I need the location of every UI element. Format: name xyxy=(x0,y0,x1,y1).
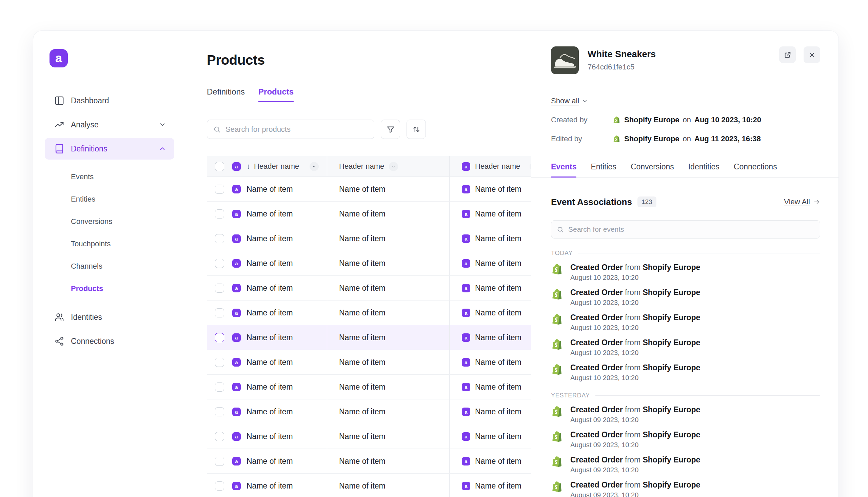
event-list-item[interactable]: Created Order from Shopify Europe August… xyxy=(551,288,820,313)
sort-button[interactable] xyxy=(407,119,426,139)
table-row[interactable]: a Name of item Name of item a Name of it… xyxy=(207,399,531,424)
event-list-item[interactable]: Created Order from Shopify Europe August… xyxy=(551,480,820,497)
event-list-item[interactable]: Created Order from Shopify Europe August… xyxy=(551,313,820,338)
sidebar-subitem[interactable]: Channels xyxy=(45,257,174,276)
event-list-item[interactable]: Created Order from Shopify Europe August… xyxy=(551,430,820,455)
row-checkbox[interactable] xyxy=(215,333,224,342)
row-checkbox[interactable] xyxy=(215,185,224,194)
close-panel-button[interactable] xyxy=(803,46,820,63)
view-all-link[interactable]: View All xyxy=(784,198,820,206)
item-logo-icon: a xyxy=(232,284,241,293)
row-checkbox[interactable] xyxy=(215,308,224,317)
identities-icon xyxy=(54,312,65,322)
item-logo-icon: a xyxy=(462,309,470,317)
sidebar-item-dashboard[interactable]: Dashboard xyxy=(45,90,174,112)
row-checkbox[interactable] xyxy=(215,432,224,441)
cell-value: Name of item xyxy=(247,234,293,243)
sidebar-nav: Dashboard Analyse Definitions Events Ent… xyxy=(45,90,174,354)
event-source: Shopify Europe xyxy=(643,363,700,372)
filter-button[interactable] xyxy=(381,119,400,139)
cell-value: Name of item xyxy=(339,457,386,466)
row-checkbox[interactable] xyxy=(215,234,224,243)
open-external-button[interactable] xyxy=(779,46,796,63)
app-logo[interactable]: a xyxy=(50,49,68,68)
sidebar-item-definitions[interactable]: Definitions xyxy=(45,138,174,159)
tab-products[interactable]: Products xyxy=(258,87,294,102)
event-source: Shopify Europe xyxy=(643,480,700,489)
sort-direction-indicator: ↓ xyxy=(247,162,250,171)
row-checkbox[interactable] xyxy=(215,259,224,268)
sidebar-subitem-label: Products xyxy=(71,284,103,293)
row-checkbox[interactable] xyxy=(215,284,224,293)
column-menu-button[interactable] xyxy=(389,162,398,171)
table-row[interactable]: a Name of item Name of item a Name of it… xyxy=(207,325,531,350)
panel-tab[interactable]: Conversions xyxy=(631,162,674,177)
row-checkbox[interactable] xyxy=(215,407,224,416)
table-row[interactable]: a Name of item Name of item a Name of it… xyxy=(207,202,531,226)
event-list-item[interactable]: Created Order from Shopify Europe August… xyxy=(551,405,820,430)
event-list-item[interactable]: Created Order from Shopify Europe August… xyxy=(551,363,820,388)
event-list-item[interactable]: Created Order from Shopify Europe August… xyxy=(551,455,820,480)
panel-tab[interactable]: Connections xyxy=(734,162,777,177)
row-checkbox[interactable] xyxy=(215,383,224,392)
event-list-item[interactable]: Created Order from Shopify Europe August… xyxy=(551,338,820,363)
app-window: a Dashboard Analyse Definitions Events xyxy=(33,30,839,497)
cell-value: Name of item xyxy=(475,284,522,293)
sidebar-subitem[interactable]: Events xyxy=(45,167,174,186)
event-list-yesterday: Created Order from Shopify Europe August… xyxy=(551,405,820,497)
event-title: Created Order xyxy=(570,455,623,464)
tab-definitions[interactable]: Definitions xyxy=(207,87,245,102)
column-header-label: Header name xyxy=(475,162,520,171)
table-row[interactable]: a Name of item Name of item a Name of it… xyxy=(207,449,531,474)
table-row[interactable]: a Name of item Name of item a Name of it… xyxy=(207,350,531,375)
table-row[interactable]: a Name of item Name of item a Name of it… xyxy=(207,375,531,399)
show-all-toggle[interactable]: Show all xyxy=(551,97,588,105)
table-row[interactable]: a Name of item Name of item a Name of it… xyxy=(207,251,531,276)
table-row[interactable]: a Name of item Name of item a Name of it… xyxy=(207,474,531,497)
event-date: August 09 2023, 10:20 xyxy=(570,441,700,449)
sidebar-subitem[interactable]: Conversions xyxy=(45,212,174,231)
select-all-checkbox[interactable] xyxy=(215,162,224,171)
row-checkbox[interactable] xyxy=(215,209,224,218)
panel-tab[interactable]: Identities xyxy=(688,162,719,177)
definitions-icon xyxy=(54,144,65,154)
cell-value: Name of item xyxy=(475,259,522,268)
table-row[interactable]: a Name of item Name of item a Name of it… xyxy=(207,226,531,251)
panel-tab[interactable]: Events xyxy=(551,162,576,177)
sidebar-subitem[interactable]: Products xyxy=(45,279,174,298)
chevron-down-icon xyxy=(582,98,588,104)
item-logo-icon: a xyxy=(462,162,470,171)
table-header-row: a ↓ Header name Header name a Header nam… xyxy=(207,156,531,177)
table-row[interactable]: a Name of item Name of item a Name of it… xyxy=(207,424,531,449)
sidebar-item-connections[interactable]: Connections xyxy=(45,330,174,352)
cell-value: Name of item xyxy=(475,383,522,392)
main-tabs: Definitions Products xyxy=(207,87,531,102)
sidebar-subitem[interactable]: Entities xyxy=(45,190,174,209)
row-checkbox[interactable] xyxy=(215,481,224,491)
panel-tab[interactable]: Entities xyxy=(591,162,616,177)
item-logo-icon: a xyxy=(232,259,241,268)
sidebar-subitem[interactable]: Touchpoints xyxy=(45,235,174,253)
cell-value: Name of item xyxy=(339,209,386,218)
table-row[interactable]: a Name of item Name of item a Name of it… xyxy=(207,177,531,202)
event-source: Shopify Europe xyxy=(643,455,700,464)
sidebar-item-analyse[interactable]: Analyse xyxy=(45,114,174,136)
row-checkbox[interactable] xyxy=(215,457,224,466)
table-row[interactable]: a Name of item Name of item a Name of it… xyxy=(207,276,531,300)
cell-value: Name of item xyxy=(247,457,293,466)
products-search-input[interactable] xyxy=(225,125,368,134)
cell-value: Name of item xyxy=(247,481,293,491)
row-checkbox[interactable] xyxy=(215,358,224,367)
events-search-input[interactable] xyxy=(568,225,814,233)
event-source: Shopify Europe xyxy=(643,430,700,439)
item-logo-icon: a xyxy=(232,383,241,391)
shopify-icon xyxy=(551,455,564,468)
column-menu-button[interactable] xyxy=(309,162,319,171)
event-list-item[interactable]: Created Order from Shopify Europe August… xyxy=(551,263,820,288)
table-row[interactable]: a Name of item Name of item a Name of it… xyxy=(207,300,531,325)
cell-value: Name of item xyxy=(247,432,293,441)
sidebar-item-identities[interactable]: Identities xyxy=(45,306,174,328)
sneakers-image xyxy=(551,46,579,74)
cell-value: Name of item xyxy=(339,259,386,268)
cell-value: Name of item xyxy=(475,333,522,342)
